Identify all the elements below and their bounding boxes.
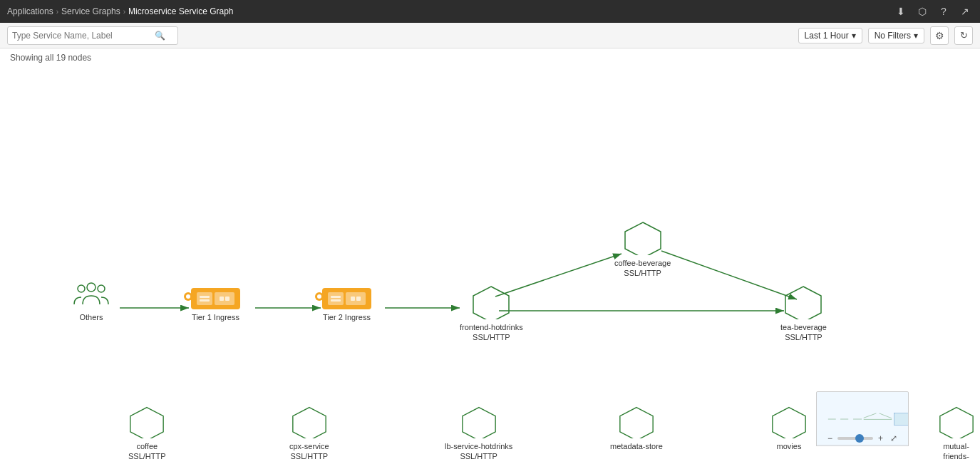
svg-marker-13 — [130, 408, 163, 438]
node-tea-beverage-label: tea-beverageSSL/HTTP — [780, 322, 827, 343]
node-lb-service[interactable]: lb-service-hotdrinksSSL/HTTP — [445, 406, 512, 462]
node-count-label: Showing all 19 nodes — [10, 53, 91, 63]
svg-marker-18 — [939, 408, 972, 438]
top-navigation: Applications › Service Graphs › Microser… — [0, 0, 980, 23]
zoom-slider-thumb — [855, 434, 864, 443]
minimap-controls[interactable]: − + ⤢ — [816, 431, 909, 446]
refresh-button[interactable]: ↻ — [954, 26, 973, 45]
export-icon[interactable]: ⬡ — [914, 4, 930, 19]
no-filters-dropdown[interactable]: No Filters ▾ — [868, 28, 924, 43]
node-movies[interactable]: movies — [771, 406, 807, 451]
search-box[interactable]: 🔍 — [7, 26, 178, 45]
node-metadata-store[interactable]: metadata-store — [610, 406, 663, 451]
node-coffee-beverage[interactable]: coffee-beverageSSL/HTTP — [614, 221, 671, 279]
node-frontend-hotdrinks[interactable]: frontend-hotdrinksSSL/HTTP — [460, 285, 523, 343]
svg-marker-11 — [625, 222, 661, 255]
node-coffee[interactable]: coffeeSSL/HTTP — [128, 406, 166, 462]
node-coffee-label: coffeeSSL/HTTP — [128, 441, 166, 462]
hexagon-cpx — [292, 406, 327, 438]
breadcrumb-applications[interactable]: Applications — [7, 6, 53, 16]
nav-icons-group: ⬇ ⬡ ? ↗ — [893, 4, 973, 19]
node-coffee-beverage-label: coffee-beverageSSL/HTTP — [614, 258, 671, 279]
node-mutual-friends[interactable]: mutual-friends- — [932, 406, 980, 462]
svg-marker-10 — [473, 287, 509, 319]
hexagon-metadata — [619, 406, 654, 438]
breadcrumb-current: Microservice Service Graph — [128, 6, 233, 16]
svg-point-8 — [78, 285, 85, 292]
svg-marker-14 — [293, 408, 326, 438]
node-movies-label: movies — [777, 441, 802, 451]
zoom-in-button[interactable]: + — [876, 433, 885, 444]
node-tier2-label: Tier 2 Ingress — [323, 312, 371, 322]
zoom-slider[interactable] — [837, 437, 873, 440]
node-cpx-service[interactable]: cpx-serviceSSL/HTTP — [289, 406, 329, 462]
node-lb-label: lb-service-hotdrinksSSL/HTTP — [445, 441, 512, 462]
svg-marker-16 — [620, 408, 653, 438]
hexagon-frontend — [472, 285, 510, 319]
node-tier2-ingress[interactable]: Tier 2 Ingress — [322, 288, 371, 322]
svg-marker-12 — [785, 287, 821, 319]
fit-view-button[interactable]: ⤢ — [888, 433, 899, 444]
node-others[interactable]: Others — [71, 278, 111, 322]
node-tea-beverage[interactable]: tea-beverageSSL/HTTP — [780, 285, 827, 343]
search-input[interactable] — [12, 31, 155, 41]
hexagon-coffee-beverage — [624, 221, 662, 255]
status-bar: Showing all 19 nodes — [0, 48, 980, 67]
hexagon-lb — [461, 406, 497, 438]
breadcrumb-service-graphs[interactable]: Service Graphs — [61, 6, 120, 16]
people-icon — [71, 278, 111, 309]
hexagon-coffee — [129, 406, 165, 438]
svg-point-7 — [87, 283, 96, 292]
download-icon[interactable]: ⬇ — [893, 4, 909, 19]
node-others-label: Others — [79, 312, 103, 322]
toolbar-right: Last 1 Hour ▾ No Filters ▾ ⚙ ↻ — [798, 26, 973, 45]
node-mutual-friends-label: mutual-friends- — [932, 441, 980, 462]
hexagon-movies — [771, 406, 807, 438]
graph-canvas[interactable]: Others Tier 1 Ingress — [0, 67, 980, 466]
hexagon-mutual-friends — [939, 406, 974, 438]
svg-rect-31 — [894, 413, 908, 426]
help-icon[interactable]: ? — [936, 4, 951, 19]
time-filter-dropdown[interactable]: Last 1 Hour ▾ — [798, 28, 862, 43]
zoom-out-button[interactable]: − — [825, 433, 835, 444]
svg-point-9 — [98, 285, 105, 292]
node-tier1-ingress[interactable]: Tier 1 Ingress — [191, 288, 240, 322]
node-frontend-label: frontend-hotdrinksSSL/HTTP — [460, 322, 523, 343]
svg-marker-17 — [773, 408, 805, 438]
svg-marker-15 — [463, 408, 495, 438]
hexagon-tea-beverage — [784, 285, 822, 319]
node-cpx-label: cpx-serviceSSL/HTTP — [289, 441, 329, 462]
external-link-icon[interactable]: ↗ — [957, 4, 973, 19]
search-icon: 🔍 — [155, 31, 165, 41]
breadcrumb: Applications › Service Graphs › Microser… — [7, 6, 233, 16]
node-tier1-label: Tier 1 Ingress — [192, 312, 239, 322]
node-metadata-label: metadata-store — [610, 441, 663, 451]
svg-line-28 — [864, 413, 877, 418]
toolbar: 🔍 Last 1 Hour ▾ No Filters ▾ ⚙ ↻ — [0, 23, 980, 48]
settings-button[interactable]: ⚙ — [930, 26, 949, 45]
svg-line-30 — [880, 413, 892, 418]
svg-line-6 — [661, 251, 797, 299]
